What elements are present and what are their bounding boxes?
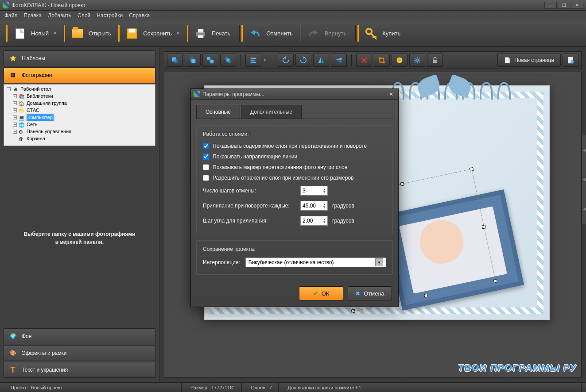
tab-photos[interactable]: 🖼 Фотографии (4, 67, 155, 83)
star-icon: ⭐ (8, 54, 17, 63)
watermark: ТВОИ ПРОГРАММЫ РУ (458, 362, 577, 374)
rotate-right-button[interactable] (295, 54, 311, 67)
dialog-tab-main[interactable]: Основные (196, 105, 240, 119)
menu-bar: Файл Правка Добавить Слой Настройки Спра… (0, 11, 586, 20)
open-button[interactable]: Открыть (64, 23, 118, 44)
key-icon (365, 27, 378, 40)
svg-rect-1 (129, 28, 136, 32)
interpolation-select[interactable]: Бикубическая (отличное качество) ▼ (245, 257, 386, 267)
cancel-button[interactable]: ✖ Отмена (348, 286, 392, 300)
check-allow-reflect[interactable]: Разрешить отражение слоя при изменении е… (203, 173, 386, 183)
svg-point-20 (398, 59, 400, 61)
palette-icon: 🎨 (8, 349, 17, 357)
flip-horizontal-button[interactable] (313, 54, 329, 67)
menu-file[interactable]: Файл (4, 12, 18, 19)
folder-icon (71, 27, 84, 40)
redo-button[interactable]: Вернуть (300, 23, 354, 44)
svg-rect-7 (174, 59, 178, 63)
canvas-toolbar: ▼ 📄 Новая страница (164, 51, 582, 69)
settings-button[interactable] (409, 54, 425, 67)
check-icon: ✔ (313, 290, 318, 297)
titlebar: ФотоКОЛЛАЖ - Новый проект ─ ☐ ✕ (0, 0, 586, 11)
dialog-tab-extra[interactable]: Дополнительные (241, 105, 302, 119)
lock-button[interactable] (427, 54, 443, 67)
undo-steps-input[interactable]: 3▲▼ (300, 186, 328, 196)
delete-button[interactable] (356, 54, 372, 67)
check-show-marker[interactable]: Показывать маркер перетаскивания фото вн… (203, 162, 386, 173)
bring-forward-button[interactable] (185, 54, 201, 67)
bow-decoration (418, 77, 471, 108)
snap-rotate-input[interactable]: 45,00▲▼ (300, 201, 328, 211)
tree-selected[interactable]: Компьютер (27, 114, 54, 121)
align-button[interactable] (245, 54, 261, 67)
save-icon (125, 27, 139, 40)
maximize-button[interactable]: ☐ (558, 2, 570, 9)
main-toolbar: Новый ▼ Открыть Сохранить ▼ Печать Отмен… (0, 20, 586, 47)
svg-rect-18 (251, 62, 256, 63)
tab-templates[interactable]: ⭐ Шаблоны (4, 50, 155, 66)
globe-icon: 🌍 (8, 332, 17, 341)
tab-background[interactable]: 🌍 Фон (4, 328, 155, 344)
status-help: Для вызова справки нажмите F1. (287, 385, 362, 390)
undo-icon (248, 27, 262, 40)
bring-front-button[interactable] (167, 54, 183, 67)
color-button[interactable] (392, 54, 407, 67)
menu-edit[interactable]: Правка (24, 12, 42, 19)
svg-rect-16 (251, 58, 256, 59)
side-expander[interactable]: ◀◀◀ (582, 135, 586, 224)
photo-frame[interactable] (382, 189, 524, 310)
status-layers: 7 (269, 385, 272, 390)
ok-button[interactable]: ✔ ОК (299, 286, 343, 300)
status-bar: Проект: Новый проект Размер: 1772x1181 С… (0, 382, 586, 392)
tab-effects[interactable]: 🎨 Эффекты и рамки (4, 345, 155, 361)
settings-dialog: Параметры программы... ✕ Основные Дополн… (190, 88, 399, 307)
svg-point-24 (570, 60, 574, 63)
menu-layer[interactable]: Слой (78, 12, 90, 19)
tab-text[interactable]: T Текст и украшения (4, 362, 155, 378)
svg-rect-3 (198, 29, 203, 33)
rotate-left-button[interactable] (278, 54, 294, 67)
svg-rect-4 (198, 35, 203, 38)
save-group: Сохранение проекта: Интерполяция: Бикуби… (196, 240, 393, 275)
folder-tree[interactable]: −🖥Рабочий стол +📚Библиотеки +🏠Домашняя г… (4, 84, 155, 146)
snap-angle-input[interactable]: 2,00▲▼ (300, 216, 328, 226)
svg-rect-15 (228, 60, 231, 63)
redo-icon (307, 27, 320, 40)
menu-settings[interactable]: Настройки (97, 12, 123, 19)
status-project: Новый проект (31, 385, 62, 390)
layers-group: Работа со слоями: Показывать содержимое … (196, 125, 393, 234)
undo-button[interactable]: Отменить (241, 23, 299, 44)
buy-button[interactable]: Купить (357, 23, 407, 44)
minimize-button[interactable]: ─ (544, 2, 557, 9)
print-button[interactable]: Печать (187, 23, 238, 44)
printer-icon (194, 27, 207, 40)
svg-rect-22 (433, 60, 437, 63)
new-button[interactable]: Новый ▼ (6, 23, 64, 44)
new-page-button[interactable]: 📄 Новая страница (497, 54, 561, 67)
flip-vertical-button[interactable] (331, 54, 347, 67)
text-icon: T (8, 365, 17, 374)
chevron-down-icon[interactable]: ▼ (53, 31, 57, 35)
app-logo-icon (194, 91, 200, 97)
svg-rect-9 (191, 59, 195, 63)
page-settings-button[interactable] (563, 54, 578, 67)
save-button[interactable]: Сохранить ▼ (118, 23, 187, 44)
photo-icon: 🖼 (8, 71, 17, 80)
check-show-content[interactable]: Показывать содержимое слоя при перетаски… (203, 141, 386, 151)
page-plus-icon: 📄 (504, 57, 511, 63)
close-button[interactable]: ✕ (571, 2, 583, 9)
svg-point-21 (416, 59, 418, 61)
menu-help[interactable]: Справка (129, 12, 150, 19)
check-show-guides[interactable]: Показывать направляющие линии (203, 151, 386, 162)
chevron-down-icon[interactable]: ▼ (263, 58, 267, 62)
dialog-titlebar[interactable]: Параметры программы... ✕ (191, 89, 398, 100)
crop-button[interactable] (374, 54, 390, 67)
file-icon (13, 27, 27, 40)
svg-rect-17 (251, 60, 255, 61)
dialog-close-button[interactable]: ✕ (387, 91, 396, 98)
send-backward-button[interactable] (202, 54, 218, 67)
menu-add[interactable]: Добавить (48, 12, 71, 19)
chevron-down-icon[interactable]: ▼ (176, 31, 180, 35)
close-icon: ✖ (355, 290, 360, 297)
send-back-button[interactable] (220, 54, 236, 67)
